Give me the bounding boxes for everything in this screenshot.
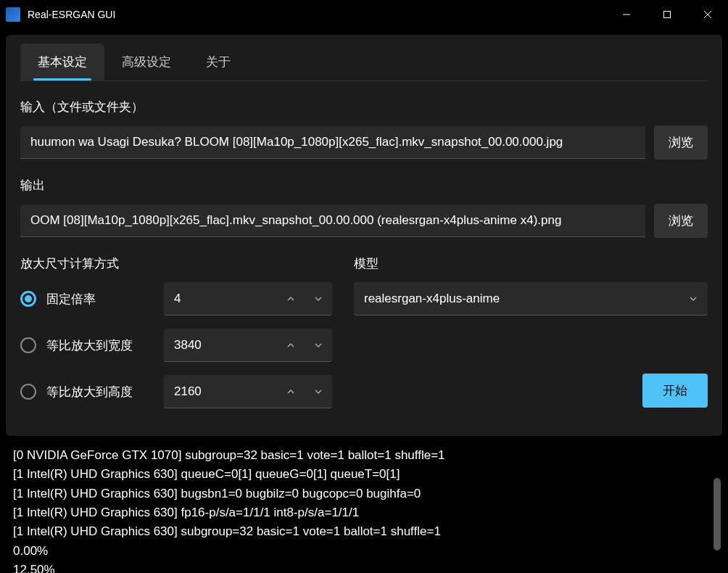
chevron-up-icon[interactable] [277,282,305,315]
output-path-field[interactable] [20,205,645,237]
log-line: [1 Intel(R) UHD Graphics 630] bugsbn1=0 … [13,485,715,503]
radio-fixed-icon [20,291,36,307]
log-line: [0 NVIDIA GeForce GTX 1070] subgroup=32 … [13,446,715,465]
radio-fixed-label: 固定倍率 [46,291,96,308]
spinner-height-value: 2160 [164,384,277,399]
output-row: 浏览 [20,204,708,238]
radio-row-height: 等比放大到高度 2160 [20,375,332,408]
tab-bar: 基本设定 高级设定 关于 [20,44,708,81]
log-output[interactable]: [0 NVIDIA GeForce GTX 1070] subgroup=32 … [6,442,722,573]
radio-height-icon [20,384,36,400]
input-browse-button[interactable]: 浏览 [654,125,708,160]
log-line: [1 Intel(R) UHD Graphics 630] subgroup=3… [13,522,715,541]
radio-width-label: 等比放大到宽度 [46,337,133,354]
window-title: Real-ESRGAN GUI [28,9,606,20]
chevron-up-icon[interactable] [277,329,305,361]
model-dropdown[interactable]: realesrgan-x4plus-anime [354,282,708,316]
spinner-ratio-value: 4 [164,292,277,306]
output-browse-button[interactable]: 浏览 [654,204,708,238]
start-button[interactable]: 开始 [642,374,708,408]
radio-row-fixed: 固定倍率 4 [20,282,332,316]
chevron-down-icon[interactable] [305,329,332,361]
chevron-down-icon[interactable] [305,282,332,315]
main-panel: 基本设定 高级设定 关于 输入（文件或文件夹） 浏览 输出 浏览 放大尺寸计算方… [6,35,722,436]
log-line: [1 Intel(R) UHD Graphics 630] fp16-p/s/a… [13,503,715,522]
scrollbar-thumb[interactable] [713,478,721,551]
titlebar: Real-ESRGAN GUI [0,0,728,29]
radio-scale-height[interactable]: 等比放大到高度 [20,384,151,400]
tab-about[interactable]: 关于 [189,44,248,81]
input-path-field[interactable] [20,126,645,159]
spinner-height[interactable]: 2160 [164,375,332,408]
spinner-width-controls [277,329,332,361]
close-button[interactable] [687,0,728,29]
app-icon [6,7,20,22]
radio-width-icon [20,337,36,353]
model-value: realesrgan-x4plus-anime [364,292,500,306]
spinner-width[interactable]: 3840 [164,329,332,362]
spinner-ratio-controls [277,282,332,315]
chevron-down-icon [689,294,698,303]
log-line: 12.50% [13,561,715,573]
tab-advanced[interactable]: 高级设定 [104,44,189,81]
spinner-width-value: 3840 [164,338,277,353]
model-column: 模型 realesrgan-x4plus-anime 开始 [354,255,708,421]
spinner-ratio[interactable]: 4 [164,282,332,316]
spinner-height-controls [277,375,332,408]
input-label: 输入（文件或文件夹） [20,99,708,115]
svg-rect-1 [664,12,671,18]
radio-fixed-ratio[interactable]: 固定倍率 [20,291,151,308]
scale-label: 放大尺寸计算方式 [20,255,332,272]
settings-columns: 放大尺寸计算方式 固定倍率 4 等比放大到宽度 [20,255,708,421]
scale-column: 放大尺寸计算方式 固定倍率 4 等比放大到宽度 [20,255,332,421]
window-controls [606,0,728,29]
log-line: [1 Intel(R) UHD Graphics 630] queueC=0[1… [13,465,715,484]
radio-height-label: 等比放大到高度 [46,384,133,400]
chevron-down-icon[interactable] [305,375,332,408]
chevron-up-icon[interactable] [277,375,305,408]
model-label: 模型 [354,255,708,272]
log-line: 0.00% [13,542,715,561]
input-row: 浏览 [20,125,708,160]
start-row: 开始 [354,374,708,408]
maximize-button[interactable] [647,0,687,29]
tab-basic[interactable]: 基本设定 [20,44,104,81]
radio-row-width: 等比放大到宽度 3840 [20,329,332,362]
radio-scale-width[interactable]: 等比放大到宽度 [20,337,151,354]
output-label: 输出 [20,177,708,194]
minimize-button[interactable] [606,0,647,29]
